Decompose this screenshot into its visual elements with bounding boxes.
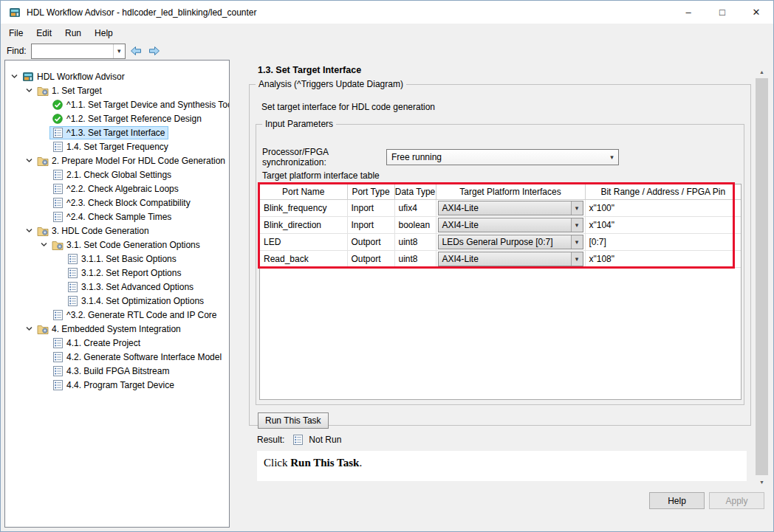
find-next-button[interactable] <box>146 44 162 58</box>
menu-edit[interactable]: Edit <box>30 25 58 41</box>
interface-table-row: Blink_directionInportbooleanAXI4-Lite▾x"… <box>260 216 741 233</box>
tree-item[interactable]: 3.1.3. Set Advanced Options <box>5 280 229 294</box>
col-header-data-type: Data Type <box>394 184 436 199</box>
target-interface-dropdown[interactable]: AXI4-Lite▾ <box>438 201 583 215</box>
menu-file[interactable]: File <box>2 25 30 41</box>
chevron-down-icon[interactable] <box>23 86 35 96</box>
chevron-spacer <box>38 170 49 180</box>
col-header-port-name: Port Name <box>260 184 347 199</box>
tree-item[interactable]: 4.3. Build FPGA Bitstream <box>5 364 229 378</box>
sync-dropdown[interactable]: Free running ▾ <box>386 149 619 165</box>
tree-item[interactable]: ^1.3. Set Target Interface <box>5 125 229 139</box>
col-header-bit-range: Bit Range / Address / FPGA Pin <box>585 184 741 199</box>
tree-item[interactable]: ^2.2. Check Algebraic Loops <box>5 182 229 196</box>
help-button[interactable]: Help <box>649 492 705 509</box>
menu-help[interactable]: Help <box>88 25 120 41</box>
tree-item[interactable]: 3.1.2. Set Report Options <box>5 266 229 280</box>
tree-item[interactable]: ^1.1. Set Target Device and Synthesis To… <box>5 97 229 111</box>
find-input[interactable] <box>32 45 113 58</box>
tree-item[interactable]: 3. HDL Code Generation <box>5 224 229 238</box>
sync-row: Processor/FPGA synchronization: Free run… <box>262 147 619 167</box>
tree-item[interactable]: 2. Prepare Model For HDL Code Generation <box>5 153 229 167</box>
tree-item[interactable]: ^2.4. Check Sample Times <box>5 210 229 224</box>
tree-item[interactable]: ^1.2. Set Target Reference Design <box>5 111 229 125</box>
sync-label: Processor/FPGA synchronization: <box>262 147 380 167</box>
chevron-down-icon[interactable] <box>8 72 20 82</box>
task-icon <box>66 296 78 306</box>
menu-run[interactable]: Run <box>58 25 88 41</box>
tree-item[interactable]: 4.4. Program Target Device <box>5 378 229 392</box>
tree-item-label: ^1.1. Set Target Device and Synthesis To… <box>66 100 230 110</box>
chevron-down-icon[interactable] <box>23 324 35 334</box>
menu-bar: File Edit Run Help <box>1 24 773 42</box>
window-title: HDL Workflow Advisor - hdlcoder_led_blin… <box>27 7 257 18</box>
tree-item[interactable]: HDL Workflow Advisor <box>5 69 229 83</box>
chevron-spacer <box>38 114 49 124</box>
chevron-down-icon[interactable]: ▾ <box>113 44 125 58</box>
tree-item[interactable]: 1. Set Target <box>5 83 229 97</box>
tree-item[interactable]: 4. Embedded System Integration <box>5 322 229 336</box>
tree-item-label: 3.1.3. Set Advanced Options <box>81 282 194 292</box>
task-description: Set target interface for HDL code genera… <box>261 102 435 112</box>
chevron-spacer <box>38 310 49 320</box>
data-type-cell: boolean <box>394 216 436 233</box>
tree-item[interactable]: ^2.3. Check Block Compatibility <box>5 196 229 210</box>
instruction-prefix: Click <box>264 457 290 469</box>
tree-item[interactable]: ^3.2. Generate RTL Code and IP Core <box>5 308 229 322</box>
bit-range-cell: x"100" <box>585 199 741 216</box>
tree-item[interactable]: 3.1.4. Set Optimization Options <box>5 294 229 308</box>
tree-item[interactable]: 3.1. Set Code Generation Options <box>5 238 229 252</box>
chevron-spacer <box>38 338 49 348</box>
tree-item-label: 3.1. Set Code Generation Options <box>66 240 200 250</box>
tree-item[interactable]: 2.1. Check Global Settings <box>5 167 229 182</box>
apply-button[interactable]: Apply <box>709 492 764 509</box>
chevron-down-icon[interactable] <box>38 240 49 250</box>
task-icon <box>66 254 78 264</box>
tree-item[interactable]: 1.4. Set Target Frequency <box>5 139 229 153</box>
scrollbar-thumb[interactable] <box>756 78 768 475</box>
tree-item[interactable]: 3.1.1. Set Basic Options <box>5 252 229 266</box>
find-previous-button[interactable] <box>128 44 144 58</box>
tree-item-label: 3.1.2. Set Report Options <box>81 268 181 278</box>
task-icon <box>52 310 64 320</box>
tree-item[interactable]: 4.2. Generate Software Interface Model <box>5 350 229 364</box>
interface-table-row: Read_backOutportuint8AXI4-Lite▾x"108" <box>260 250 741 267</box>
find-combobox[interactable]: ▾ <box>31 44 126 59</box>
task-icon <box>52 198 64 208</box>
chevron-spacer <box>52 296 64 306</box>
tree-item[interactable]: 4.1. Create Project <box>5 336 229 350</box>
target-interface-cell: AXI4-Lite▾ <box>436 216 585 233</box>
data-type-cell: ufix4 <box>394 199 436 216</box>
minimize-button[interactable]: – <box>671 1 705 24</box>
check-icon <box>52 114 64 124</box>
interface-table-row: LEDOutportuint8LEDs General Purpose [0:7… <box>260 233 741 250</box>
chevron-down-icon[interactable] <box>23 226 35 236</box>
bit-range-cell: [0:7] <box>585 233 741 250</box>
hdl-workflow-advisor-window: HDL Workflow Advisor - hdlcoder_led_blin… <box>0 0 774 532</box>
result-row: Result: Not Run <box>257 435 341 445</box>
target-interface-dropdown[interactable]: AXI4-Lite▾ <box>438 218 583 232</box>
chevron-down-icon: ▾ <box>606 150 618 165</box>
tree-item-label: 3.1.4. Set Optimization Options <box>81 296 204 306</box>
target-interface-cell: LEDs General Purpose [0:7]▾ <box>436 233 585 250</box>
tree-item-label: 3. HDL Code Generation <box>52 226 149 236</box>
tree-item-label: ^3.2. Generate RTL Code and IP Core <box>66 310 217 320</box>
chevron-spacer <box>38 184 49 194</box>
target-interface-value: AXI4-Lite <box>439 254 571 264</box>
port-name-cell: LED <box>260 233 347 250</box>
run-this-task-button[interactable]: Run This Task <box>258 412 329 429</box>
tree-item-label: 2.1. Check Global Settings <box>66 170 171 180</box>
chevron-spacer <box>38 212 49 222</box>
target-interface-dropdown[interactable]: AXI4-Lite▾ <box>438 252 583 266</box>
target-interface-dropdown[interactable]: LEDs General Purpose [0:7]▾ <box>438 235 583 249</box>
scroll-up-icon[interactable]: ▲ <box>756 66 768 78</box>
chevron-down-icon[interactable] <box>23 156 35 166</box>
maximize-button[interactable]: □ <box>705 1 739 24</box>
workflow-tree: HDL Workflow Advisor1. Set Target^1.1. S… <box>4 60 230 528</box>
close-button[interactable]: ✕ <box>739 1 773 24</box>
scroll-down-icon[interactable]: ▼ <box>756 476 768 488</box>
tree-item-label: ^2.2. Check Algebraic Loops <box>66 184 179 194</box>
input-parameters-groupbox: Input Parameters Processor/FPGA synchron… <box>256 119 744 405</box>
chevron-down-icon: ▾ <box>571 201 583 215</box>
tree-item-label: ^2.4. Check Sample Times <box>66 212 171 222</box>
